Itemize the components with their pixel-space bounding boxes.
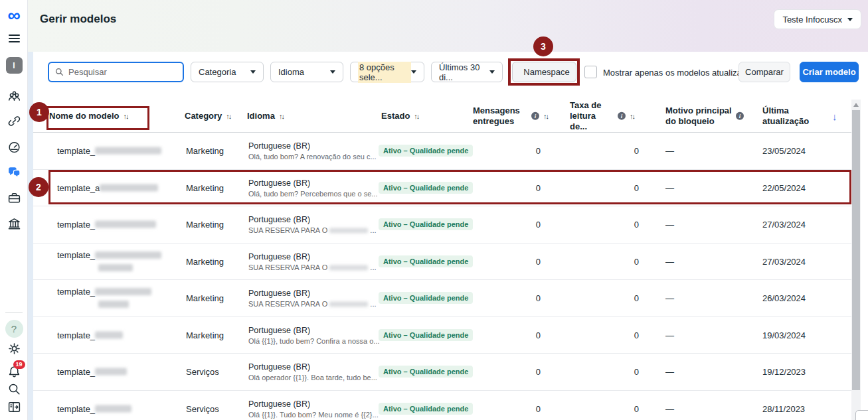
language-cell: Portuguese (BR)Olá {{1}}. Tudo bom? Meu …: [248, 399, 379, 418]
scrollbar-thumb[interactable]: [852, 110, 860, 390]
show-updated-checkbox[interactable]: [584, 66, 597, 78]
template-name-cell[interactable]: template_: [57, 287, 183, 309]
redacted-name: [95, 251, 161, 259]
messages-delivered-value: 0: [473, 367, 541, 377]
last-updated-value: 19/12/2023: [762, 367, 806, 377]
column-header-last-updated[interactable]: Última atualização: [762, 105, 822, 127]
help-icon[interactable]: ?: [0, 320, 28, 338]
search-sidebar-icon[interactable]: [0, 382, 28, 396]
category-cell: Marketing: [186, 293, 224, 303]
status-cell: Ativo – Qualidade pende: [379, 366, 473, 378]
column-header-category[interactable]: Category ↑↓: [185, 110, 230, 121]
table-header: Nome do modelo ↑↓ Category ↑↓ Idioma ↑↓ …: [33, 100, 851, 133]
meta-logo-icon[interactable]: ∞: [0, 5, 28, 25]
table-row[interactable]: template_MarketingPortuguese (BR)Olá, tu…: [33, 133, 851, 170]
expand-panel-icon[interactable]: [0, 400, 28, 414]
info-icon[interactable]: i: [736, 112, 744, 120]
column-header-status[interactable]: Estado ↑↓: [381, 110, 418, 121]
language-name: Portuguese (BR): [248, 289, 379, 298]
read-rate-value: 0: [571, 220, 639, 230]
category-cell: Marketing: [186, 330, 224, 340]
template-name-text: template_: [57, 367, 95, 377]
date-range-dropdown[interactable]: Últimos 30 di...: [431, 62, 503, 82]
search-input[interactable]: Pesquisar: [48, 62, 184, 82]
template-snippet: Olá, tudo bom? A renovação do seu c...: [248, 153, 379, 161]
template-name-cell[interactable]: template_: [57, 403, 183, 413]
read-rate-value: 0: [571, 146, 639, 156]
last-updated-value: 27/03/2024: [762, 256, 806, 266]
column-header-language[interactable]: Idioma ↑↓: [247, 110, 284, 121]
bank-building-icon[interactable]: [0, 217, 28, 231]
last-updated-value: 23/05/2024: [762, 146, 806, 156]
template-name-cell[interactable]: template_: [57, 367, 183, 377]
table-row[interactable]: template_MarketingPortuguese (BR)SUA RES…: [33, 206, 851, 244]
template-snippet: Olá {{1}}, tudo bem? Confira a nossa o..…: [248, 336, 379, 344]
sidebar-divider: [5, 312, 23, 313]
link-icon[interactable]: [0, 114, 28, 128]
sorted-desc-icon[interactable]: ↓: [832, 110, 837, 121]
left-sidebar: ∞ I ? 19: [0, 0, 28, 420]
account-selector[interactable]: Teste Infocuscx: [774, 9, 861, 29]
chevron-down-icon: [411, 70, 416, 74]
compare-button[interactable]: Comparar: [738, 62, 790, 82]
messages-delivered-value: 0: [473, 330, 541, 340]
table-row[interactable]: template_MarketingPortuguese (BR)SUA RES…: [33, 280, 851, 317]
chevron-down-icon: [489, 70, 495, 74]
chevron-down-icon: [847, 18, 853, 21]
category-cell: Marketing: [186, 256, 224, 266]
language-filter-dropdown[interactable]: Idioma: [270, 62, 343, 82]
template-name-cell[interactable]: template_: [57, 220, 183, 230]
language-name: Portuguese (BR): [248, 325, 379, 334]
options-filter-dropdown[interactable]: 8 opções sele...: [350, 62, 424, 82]
last-updated-value: 27/03/2024: [762, 220, 806, 230]
template-name-text: template_: [57, 403, 95, 413]
hamburger-menu-icon[interactable]: [0, 32, 28, 45]
notifications-bell-icon[interactable]: 19: [0, 365, 28, 382]
column-header-read-rate[interactable]: Taxa de leitura de... i ↑↓: [570, 100, 634, 132]
chats-icon-active[interactable]: [0, 165, 28, 179]
language-cell: Portuguese (BR)Olá {{1}}, tudo bem? Conf…: [248, 325, 379, 344]
language-name: Portuguese (BR): [248, 399, 379, 408]
template-snippet: SUA RESERVA PARA O ...: [248, 226, 379, 234]
template-snippet: SUA RESERVA PARA O ...: [248, 300, 379, 308]
briefcase-icon[interactable]: [0, 191, 28, 205]
vertical-scrollbar[interactable]: [851, 100, 861, 420]
category-filter-dropdown[interactable]: Categoria: [191, 62, 264, 82]
redacted-name: [98, 264, 133, 271]
column-header-messages-delivered[interactable]: Mensagens entregues i ↑↓: [473, 105, 548, 127]
language-name: Portuguese (BR): [248, 215, 379, 224]
workspace-avatar[interactable]: I: [0, 57, 28, 74]
read-rate-value: 0: [571, 403, 639, 413]
table-row[interactable]: template_ServiçosPortuguese (BR)Olá {{1}…: [33, 391, 851, 420]
sort-icon: ↑↓: [630, 112, 634, 120]
status-badge: Ativo – Qualidade pende: [379, 292, 473, 304]
template-name-cell[interactable]: template_: [57, 146, 183, 156]
create-template-button[interactable]: Criar modelo: [800, 62, 859, 82]
settings-gear-icon[interactable]: [0, 342, 28, 356]
language-cell: Portuguese (BR)SUA RESERVA PARA O ...: [248, 215, 379, 234]
table-row[interactable]: template_ServiçosPortuguese (BR)Olá oper…: [33, 354, 851, 391]
status-badge: Ativo – Qualidade pende: [379, 255, 473, 267]
category-cell: Serviços: [186, 367, 219, 377]
template-name-cell[interactable]: template_: [57, 250, 183, 273]
audiences-icon[interactable]: [0, 90, 28, 104]
column-header-block-reason[interactable]: Motivo principal do bloqueio i: [665, 105, 744, 127]
table-row[interactable]: template_MarketingPortuguese (BR)Olá {{1…: [33, 317, 851, 354]
status-cell: Ativo – Qualidade pende: [379, 218, 473, 230]
sort-icon: ↑↓: [543, 112, 548, 120]
redacted-snippet: [329, 265, 368, 270]
show-updated-label[interactable]: Mostrar apenas os modelos atualizados: [603, 68, 756, 78]
status-cell: Ativo – Qualidade pende: [379, 292, 473, 304]
info-icon[interactable]: i: [618, 112, 626, 120]
block-reason-value: —: [665, 146, 674, 156]
template-name-cell[interactable]: template_: [57, 330, 183, 340]
sort-icon: ↑↓: [279, 112, 284, 120]
performance-gauge-icon[interactable]: [0, 140, 28, 154]
whatsapp-template-manager: ∞ I ? 19: [0, 0, 868, 420]
scrollbar-up-arrow-icon[interactable]: [853, 103, 859, 107]
sort-icon: ↑↓: [414, 112, 418, 120]
info-icon[interactable]: i: [531, 112, 539, 120]
template-name-text: template_: [57, 287, 95, 297]
read-rate-value: 0: [571, 256, 639, 266]
table-row[interactable]: template_MarketingPortuguese (BR)SUA RES…: [33, 244, 851, 281]
